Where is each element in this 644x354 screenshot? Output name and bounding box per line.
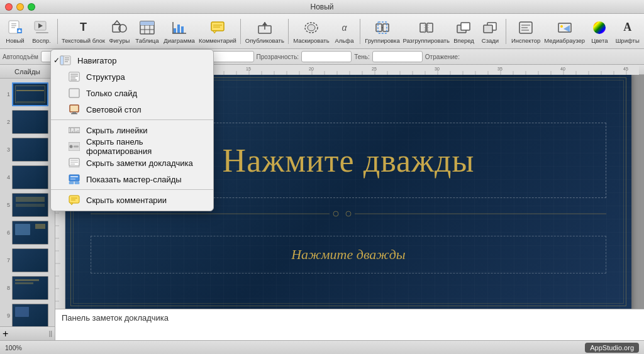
lightboard-icon: [67, 102, 81, 116]
toolbar-separator-2: [240, 19, 241, 44]
toolbar-group-button[interactable]: Группировка: [364, 16, 401, 47]
toolbar-publish-button[interactable]: Опубликовать: [244, 16, 285, 47]
slides-panel: Слайды 1 2: [0, 65, 55, 340]
add-slide-button[interactable]: +: [3, 328, 8, 340]
toolbar-group-label: Группировка: [365, 37, 399, 44]
notes-area[interactable]: Панель заметок докладчика: [55, 309, 644, 340]
toolbar-back-label: Сзади: [482, 37, 499, 44]
toolbar-comment-button[interactable]: Комментарий: [197, 16, 237, 47]
menu-label-slide-only: Только слайд: [86, 89, 137, 98]
slide-thumb-2[interactable]: [12, 110, 48, 134]
menu-item-lightboard[interactable]: Световой стол: [51, 101, 213, 118]
menu-item-navigator[interactable]: ✓ Навигатор: [51, 52, 213, 69]
slide-thumb-inner-6: [13, 221, 48, 244]
toolbar-mask-button[interactable]: Маскировать: [292, 16, 330, 47]
svg-rect-24: [211, 22, 224, 31]
slide-item-9[interactable]: 9: [0, 302, 55, 326]
menu-item-structure[interactable]: Структура: [51, 69, 213, 85]
slide-item-5[interactable]: 5: [0, 192, 55, 218]
slide-item-3[interactable]: 3: [0, 136, 55, 163]
slide-thumb-3[interactable]: [12, 138, 48, 162]
toolbar-alpha-button[interactable]: α Альфа: [331, 16, 357, 47]
svg-rect-21: [181, 26, 184, 33]
minimize-button[interactable]: [16, 3, 24, 11]
slide-thumb-4[interactable]: [12, 165, 48, 189]
toolbar-text-button[interactable]: T Текстовый блок: [61, 16, 106, 47]
shadow-label: Тень:: [354, 53, 370, 60]
menu-item-show-masters[interactable]: Показать мастер-слайды: [51, 171, 213, 187]
svg-text:25: 25: [372, 67, 377, 71]
slides-panel-header: Слайды: [0, 65, 55, 79]
slide-item-6[interactable]: 6: [0, 219, 55, 246]
slide-thumb-5[interactable]: [12, 193, 48, 217]
toolbar-chart-button[interactable]: Диаграмма: [162, 16, 196, 47]
opacity-label: Прозрачность:: [257, 53, 299, 60]
appstudio-badge: AppStudio.org: [585, 343, 639, 353]
toolbar-publish-label: Опубликовать: [245, 37, 284, 44]
slide-thumb-1[interactable]: [12, 82, 48, 106]
toolbar-media-button[interactable]: Медиабраузер: [543, 16, 586, 47]
menu-item-hide-comments[interactable]: Скрыть комментарии: [51, 192, 213, 208]
toolbar-inspector-label: Инспектор: [511, 37, 540, 44]
toolbar-shapes-button[interactable]: Фигуры: [107, 16, 132, 47]
svg-point-132: [346, 211, 351, 216]
svg-rect-135: [60, 56, 64, 65]
menu-item-hide-ruler[interactable]: 0 5 Скрыть линейки: [51, 122, 213, 138]
slide-number-9: 9: [3, 313, 10, 319]
slide-number-8: 8: [3, 285, 10, 291]
svg-point-159: [70, 145, 73, 148]
svg-rect-171: [69, 196, 79, 203]
toolbar-forward-button[interactable]: Вперед: [451, 16, 476, 47]
toolbar-play-button[interactable]: Воспр.: [29, 16, 54, 47]
slide-thumb-6[interactable]: [12, 221, 48, 245]
svg-text:30: 30: [435, 67, 440, 71]
view-dropdown-menu[interactable]: ✓ Навигатор Структура: [50, 49, 214, 211]
toolbar-back-button[interactable]: Сзади: [477, 16, 502, 47]
slide-number-3: 3: [3, 147, 10, 153]
svg-rect-168: [70, 179, 75, 180]
toolbar-comment-label: Комментарий: [199, 37, 236, 44]
format-icon: [67, 140, 81, 153]
slide-subtitle-box[interactable]: Нажмите дважды: [91, 236, 606, 274]
chart-icon: [170, 19, 188, 36]
svg-rect-147: [70, 105, 79, 112]
svg-rect-18: [140, 21, 154, 25]
window-title: Новый: [310, 3, 333, 11]
maximize-button[interactable]: [28, 3, 35, 11]
svg-rect-165: [69, 166, 79, 167]
slide-thumb-8[interactable]: [12, 276, 48, 300]
notes-label: Панель заметок докладчика: [62, 313, 169, 323]
svg-point-131: [333, 211, 338, 216]
toolbar-colors-button[interactable]: Цвета: [587, 16, 612, 47]
alpha-icon: α: [335, 19, 353, 36]
toolbar-new-button[interactable]: Новый: [3, 16, 28, 47]
menu-item-hide-notes[interactable]: Скрыть заметки докладчика: [51, 155, 213, 171]
slide-thumb-9[interactable]: [12, 304, 48, 326]
mask-icon: [303, 19, 320, 36]
svg-rect-149: [71, 113, 77, 114]
svg-rect-166: [69, 175, 79, 181]
slide-item-1[interactable]: 1: [0, 81, 55, 108]
text-icon: T: [74, 19, 92, 36]
menu-item-hide-format[interactable]: Скрыть панель форматирования: [51, 138, 213, 155]
close-button[interactable]: [5, 3, 13, 11]
toolbar-inspector-button[interactable]: Инспектор: [509, 16, 542, 47]
menu-checkmark-navigator: ✓: [53, 56, 60, 65]
shadow-field[interactable]: [372, 51, 423, 62]
slides-list[interactable]: 1 2 3: [0, 79, 55, 326]
slide-thumb-7[interactable]: [12, 248, 48, 272]
opacity-field[interactable]: [301, 51, 352, 62]
svg-point-50: [560, 25, 563, 28]
toolbar-ungroup-button[interactable]: Разгруппировать: [402, 16, 450, 47]
slide-item-2[interactable]: 2: [0, 109, 55, 135]
slide-item-7[interactable]: 7: [0, 247, 55, 274]
toolbar-table-button[interactable]: Таблица: [133, 16, 161, 47]
toolbar-fonts-button[interactable]: A Шрифты: [613, 16, 641, 47]
slide-item-8[interactable]: 8: [0, 275, 55, 301]
slide-thumb-inner-3: [13, 138, 48, 161]
svg-rect-44: [484, 25, 492, 33]
autoraise-label: Автоподъём: [3, 53, 38, 60]
play-icon: [33, 19, 50, 36]
menu-item-slide-only[interactable]: Только слайд: [51, 85, 213, 101]
slide-item-4[interactable]: 4: [0, 164, 55, 191]
